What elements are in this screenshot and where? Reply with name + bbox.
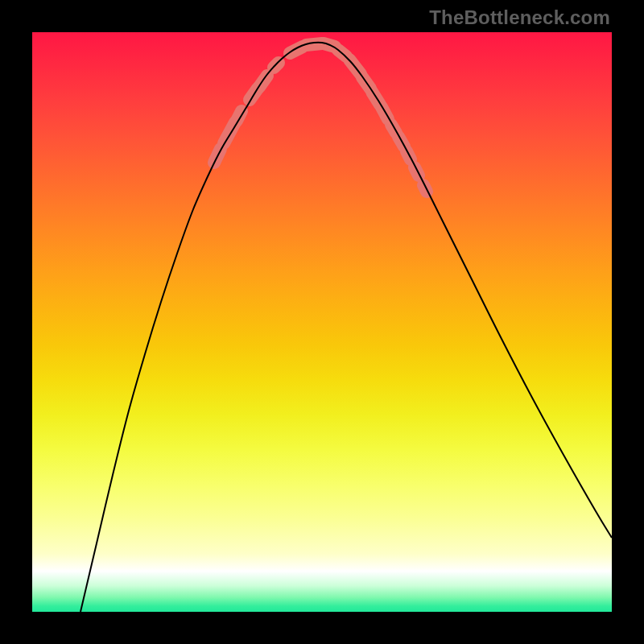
plot-svg: [32, 32, 612, 612]
chart-frame: TheBottleneck.com: [0, 0, 644, 644]
gradient-background: [32, 32, 612, 612]
watermark-text: TheBottleneck.com: [429, 6, 610, 29]
plot-area: [32, 32, 612, 612]
